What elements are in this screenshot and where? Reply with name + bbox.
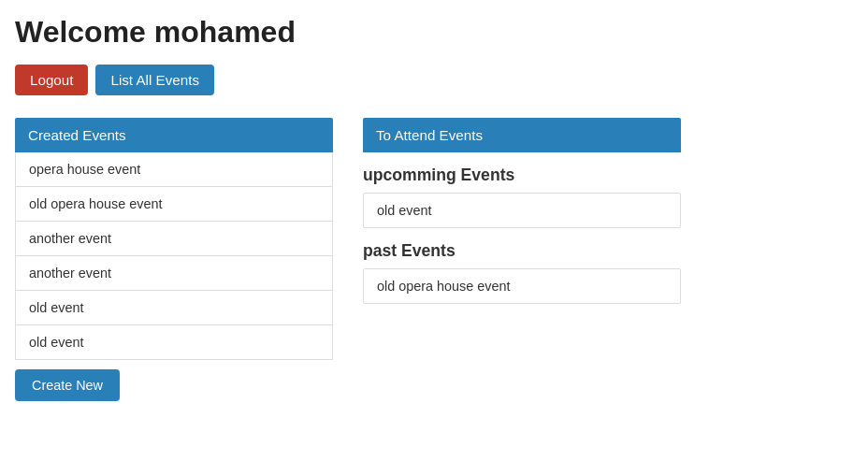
main-content: Created Events opera house eventold oper… [15,118,853,401]
upcoming-events-list: old event [363,193,681,228]
list-item[interactable]: another event [16,222,332,256]
attend-events-panel: To Attend Events upcomming Events old ev… [363,118,681,308]
list-item[interactable]: old opera house event [16,187,332,222]
list-item[interactable]: old event [16,325,332,359]
past-events-list: old opera house event [363,268,681,304]
past-events-title: past Events [363,241,681,261]
list-item[interactable]: another event [16,256,332,291]
created-events-list: opera house eventold opera house eventan… [15,152,333,360]
attend-events-header: To Attend Events [363,118,681,152]
list-item[interactable]: old opera house event [363,268,681,304]
created-events-header: Created Events [15,118,333,152]
list-all-events-button[interactable]: List All Events [95,65,214,95]
create-new-button[interactable]: Create New [15,369,120,401]
created-events-panel: Created Events opera house eventold oper… [15,118,333,401]
list-item[interactable]: old event [16,291,332,325]
list-item[interactable]: old event [363,193,681,228]
logout-button[interactable]: Logout [15,65,88,95]
page-title: Welcome mohamed [15,15,853,50]
top-buttons: Logout List All Events [15,65,853,95]
upcoming-events-title: upcomming Events [363,166,681,185]
list-item[interactable]: opera house event [16,152,332,187]
